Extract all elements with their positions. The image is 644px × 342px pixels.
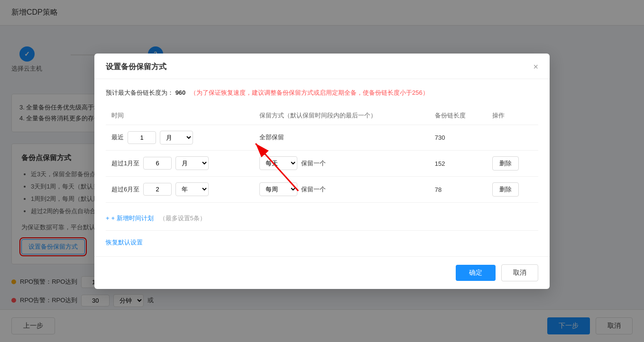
- modal-body: 预计最大备份链长度为： 960 （为了保证恢复速度，建议调整备份保留方式或启用定…: [94, 79, 550, 256]
- add-plan-hint: （最多设置5条）: [159, 214, 206, 223]
- modal-close-button[interactable]: ×: [533, 63, 538, 71]
- add-plan-button[interactable]: + + 新增时间计划: [106, 214, 154, 223]
- warning-tip: （为了保证恢复速度，建议调整备份保留方式或启用定期全备，使备份链长度小于256）: [190, 89, 429, 96]
- row2-keep-label: 保留一个: [301, 159, 326, 168]
- modal-title: 设置备份保留方式: [106, 62, 166, 72]
- row1-chain-length: 730: [435, 134, 445, 141]
- row3-keep-label: 保留一个: [301, 185, 326, 194]
- row2-method-select[interactable]: 每天 每周 每月: [259, 156, 297, 170]
- row2-method-cell: 每天 每周 每月 保留一个: [254, 150, 429, 176]
- row2-unit-select[interactable]: 月 天 周 年: [175, 156, 209, 170]
- row2-time-prefix: 超过1月至: [111, 159, 139, 168]
- row1-action-cell: [487, 125, 538, 150]
- retention-table: 时间 保留方式（默认保留时间段内的最后一个） 备份链长度 操作 最近: [106, 107, 538, 203]
- modal-footer: 确定 取消: [94, 256, 550, 289]
- row1-method-label: 全部保留: [259, 134, 284, 141]
- warning-prefix: 预计最大备份链长度为：: [106, 89, 174, 96]
- modal-cancel-button[interactable]: 取消: [501, 264, 538, 281]
- table-header-row: 时间 保留方式（默认保留时间段内的最后一个） 备份链长度 操作: [106, 107, 538, 125]
- row1-unit-select[interactable]: 月 天 周 年: [160, 131, 193, 144]
- warning-banner: 预计最大备份链长度为： 960 （为了保证恢复速度，建议调整备份保留方式或启用定…: [106, 89, 538, 97]
- add-plan-label: + 新增时间计划: [111, 214, 154, 223]
- row3-unit-select[interactable]: 年 天 周 月: [175, 182, 209, 196]
- row1-method-cell: 全部保留: [254, 125, 429, 150]
- modal-confirm-button[interactable]: 确定: [456, 265, 496, 281]
- table-row: 超过1月至 月 天 周 年: [106, 150, 538, 176]
- warning-chain-length: 960: [175, 89, 186, 96]
- row2-chain-length: 152: [435, 160, 445, 167]
- row3-time-prefix: 超过6月至: [111, 185, 139, 194]
- table-head: 时间 保留方式（默认保留时间段内的最后一个） 备份链长度 操作: [106, 107, 538, 125]
- modal-dialog: 设置备份保留方式 × 预计最大备份链长度为： 960 （为了保证恢复速度，建议调…: [94, 54, 550, 289]
- row2-chain-cell: 152: [429, 150, 487, 176]
- add-plan-row: + + 新增时间计划 （最多设置5条）: [106, 212, 538, 231]
- row3-time-input[interactable]: [143, 183, 172, 196]
- row3-action-cell: 删除: [487, 176, 538, 202]
- row3-method-cell: 每周 每天 每月 保留一个: [254, 176, 429, 202]
- add-plan-plus-icon: +: [106, 215, 110, 222]
- row2-action-cell: 删除: [487, 150, 538, 176]
- restore-default-button[interactable]: 恢复默认设置: [106, 238, 143, 247]
- row2-time-input[interactable]: [143, 157, 172, 170]
- row3-time-cell: 超过6月至 年 天 周 月: [106, 176, 254, 202]
- row3-method-select[interactable]: 每周 每天 每月: [259, 182, 297, 196]
- modal-overlay: 设置备份保留方式 × 预计最大备份链长度为： 960 （为了保证恢复速度，建议调…: [0, 0, 644, 342]
- row2-time-cell: 超过1月至 月 天 周 年: [106, 150, 254, 176]
- row1-time-prefix: 最近: [111, 133, 124, 142]
- modal-header: 设置备份保留方式 ×: [94, 54, 550, 79]
- row2-delete-button[interactable]: 删除: [492, 156, 519, 171]
- table-row: 超过6月至 年 天 周 月: [106, 176, 538, 202]
- col-chain: 备份链长度: [429, 107, 487, 125]
- row3-chain-length: 78: [435, 186, 442, 193]
- row3-chain-cell: 78: [429, 176, 487, 202]
- row1-chain-cell: 730: [429, 125, 487, 150]
- col-method: 保留方式（默认保留时间段内的最后一个）: [254, 107, 429, 125]
- row1-time-cell: 最近 月 天 周 年: [106, 125, 254, 150]
- row3-delete-button[interactable]: 删除: [492, 182, 519, 197]
- row1-time-input[interactable]: [128, 131, 156, 144]
- col-action: 操作: [487, 107, 538, 125]
- table-body: 最近 月 天 周 年 全部保留: [106, 125, 538, 202]
- col-time: 时间: [106, 107, 254, 125]
- table-row: 最近 月 天 周 年 全部保留: [106, 125, 538, 150]
